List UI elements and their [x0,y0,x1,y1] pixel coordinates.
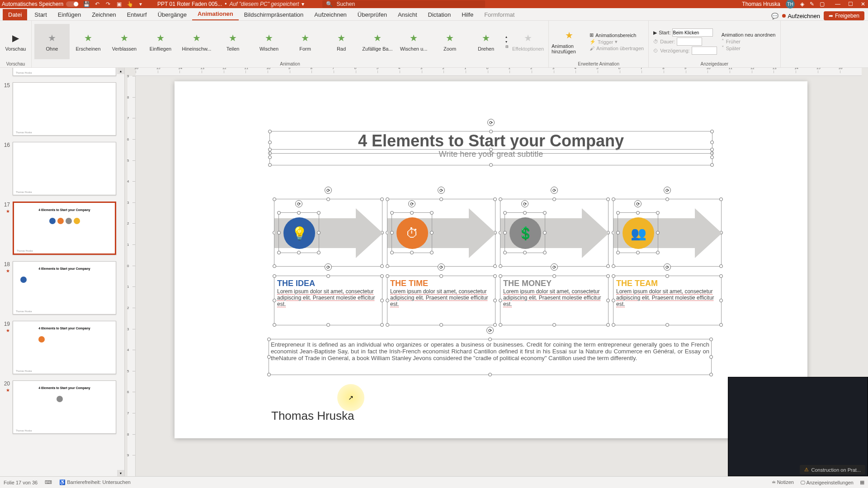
icon-circle-3[interactable]: 👥 [618,212,658,253]
start-input[interactable] [672,28,713,37]
group-label-preview: Vorschau [3,61,28,67]
anim-floatin[interactable]: ★Hineinschw... [179,24,214,59]
language-icon[interactable]: ⌨ [45,479,52,485]
anim-wipe[interactable]: ★Wischen [251,24,287,59]
anim-grow[interactable]: ★Wischen u... [396,24,431,59]
avatar[interactable]: TH [786,0,795,9]
minimize-button[interactable]: — [835,1,841,7]
thumb-19[interactable]: 19★4 Elements to Start your CompanyThoma… [2,321,116,374]
search-input[interactable] [336,1,481,7]
thumb-15[interactable]: 15Thomas Hruska [2,82,116,136]
scroll-up-icon[interactable]: ▴ [117,68,124,74]
gallery-down-icon[interactable]: ▾ [505,40,509,44]
horizontal-ruler: 1615141312111098765432101234567891011121… [136,68,862,76]
display-settings-button[interactable]: 🖵 Anzeigeeinstellungen [800,480,854,485]
undo-icon[interactable]: ↶ [94,1,100,7]
move-earlier-button[interactable]: ˄ Früher [722,38,776,44]
tab-start[interactable]: Start [29,9,52,20]
subtitle-shape[interactable]: Write here your great subtitle [269,149,712,165]
tab-draw[interactable]: Zeichnen [86,9,121,20]
ribbon-tabs: Datei Start Einfügen Zeichnen Entwurf Üb… [0,8,868,21]
gallery-up-icon[interactable]: ▴ [505,35,509,39]
thumb-18[interactable]: 18★4 Elements to Start your CompanyThoma… [2,261,116,314]
anim-none[interactable]: ★Ohne [34,24,70,59]
tab-dictation[interactable]: Dictation [423,9,457,20]
close-button[interactable]: ✕ [860,1,866,7]
qat-more-icon[interactable]: ▾ [137,1,144,7]
tab-review[interactable]: Überprüfen [352,9,392,20]
preview-button[interactable]: ▶Vorschau [3,24,28,59]
autosave-toggle[interactable]: Automatisches Speichern [2,1,79,7]
card-text-0[interactable]: THE IDEALorem ipsum dolor sit amet, cons… [274,276,382,325]
tab-insert[interactable]: Einfügen [52,9,86,20]
tab-view[interactable]: Ansicht [392,9,423,20]
animation-gallery[interactable]: ★Ohne ★Erscheinen ★Verblassen ★Einfliege… [34,23,546,61]
anim-wheel[interactable]: ★Rad [324,24,359,59]
window-icon[interactable]: ▢ [820,1,825,7]
search-icon: 🔍 [326,1,333,7]
pen-icon[interactable]: ✎ [810,1,814,7]
anim-spin[interactable]: ★Drehen [468,24,504,59]
tab-help[interactable]: Hilfe [456,9,479,20]
chevron-down-icon[interactable]: ▾ [302,1,304,7]
user-area: Thomas Hruska TH ◈ ✎ ▢ — ☐ ✕ [742,0,866,9]
card-text-2[interactable]: THE MONEYLorem ipsum dolor sit amet, con… [500,276,609,325]
tab-transitions[interactable]: Übergänge [152,9,192,20]
anim-shape[interactable]: ★Form [288,24,323,59]
tab-slideshow[interactable]: Bildschirmpräsentation [239,9,309,20]
record-button[interactable]: Aufzeichnen [782,13,820,19]
thumb-17[interactable]: 17★4 Elements to Start your CompanyThoma… [2,202,116,255]
group-label-timing: Anzeigedauer [651,61,777,67]
card-text-1[interactable]: THE TIMELorem ipsum dolor sit amet, cons… [387,276,495,325]
tab-shape-format[interactable]: Formformat [479,9,520,20]
anim-appear[interactable]: ★Erscheinen [71,24,106,59]
tab-record[interactable]: Aufzeichnen [309,9,352,20]
card-text-3[interactable]: THE TEAMLorem ipsum dolor sit amet, cons… [613,276,722,325]
scroll-down-icon[interactable]: ▾ [117,470,124,476]
diamond-icon[interactable]: ◈ [800,1,804,7]
comments-icon[interactable]: 💬 [771,13,778,19]
news-widget[interactable]: Construction on Prat... [800,465,865,474]
duration-label: Dauer: [660,39,675,44]
icon-circle-0[interactable]: 💡 [278,212,319,253]
rotate-handle-icon[interactable] [487,119,495,126]
anim-zoom[interactable]: ★Zoom [432,24,467,59]
add-animation-button[interactable]: ★Animation hinzufügen [552,24,587,59]
accessibility-button[interactable]: ♿ Barrierefreiheit: Untersuchen [59,479,131,485]
anim-flyin[interactable]: ★Einfliegen [143,24,178,59]
slide[interactable]: 4 Elements to Start your Company Write h… [175,81,807,438]
redo-icon[interactable]: ↷ [105,1,111,7]
anim-fade[interactable]: ★Verblassen [107,24,142,59]
touch-icon[interactable]: 👆 [127,1,133,7]
tab-design[interactable]: Entwurf [122,9,152,20]
save-icon[interactable]: 💾 [83,1,90,7]
anim-split[interactable]: ★Teilen [215,24,250,59]
delay-input[interactable] [692,47,717,55]
tab-animations[interactable]: Animationen [192,8,239,20]
thumb-14-partial[interactable]: Thomas Hruska [2,68,116,76]
maximize-button[interactable]: ☐ [847,1,854,7]
slide-thumbnails[interactable]: ▴ Thomas Hruska 15Thomas Hruska 16Thomas… [0,68,125,476]
notes-button[interactable]: ≐ Notizen [772,479,794,485]
toggle-icon[interactable] [66,1,79,7]
trigger-button[interactable]: ⚡ Trigger ▾ [590,39,644,45]
search-box[interactable]: 🔍 [322,0,485,8]
paragraph-shape[interactable]: Entrepreneur It is defined as an individ… [269,339,712,375]
normal-view-icon[interactable]: ▦ [860,479,864,485]
present-icon[interactable]: ▣ [116,1,122,7]
tab-file[interactable]: Datei [3,9,27,20]
icon-circle-2[interactable]: 💲 [505,212,545,253]
autosave-label: Automatisches Speichern [2,1,63,7]
icon-circle-1[interactable]: ⏱ [392,212,432,253]
share-button[interactable]: ➦Freigeben [824,11,864,20]
animation-pane-button[interactable]: ⊞ Animationsbereich [590,32,644,38]
thumb-16[interactable]: 16Thomas Hruska [2,142,116,195]
rotate-handle-icon[interactable] [486,327,494,334]
anim-random[interactable]: ★Zufällige Ba... [360,24,395,59]
gallery-more-icon[interactable]: ⊟ [505,45,509,49]
filename-area[interactable]: PPT 01 Roter Faden 005... • Auf "diesem … [157,1,304,7]
duration-input[interactable] [677,38,702,46]
animation-painter-button[interactable]: 🖌 Animation übertragen [590,46,644,51]
move-later-button[interactable]: ˅ Später [722,45,776,51]
thumb-20[interactable]: 20★4 Elements to Start your CompanyThoma… [2,380,116,434]
